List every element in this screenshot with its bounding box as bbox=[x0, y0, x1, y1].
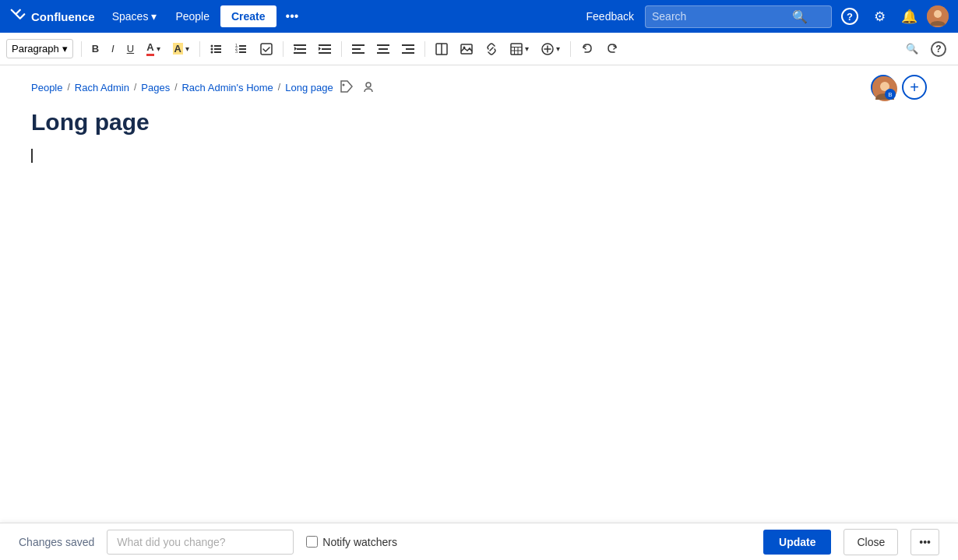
changes-saved-label: Changes saved bbox=[19, 536, 94, 548]
ellipsis-icon: ••• bbox=[919, 536, 931, 548]
user-avatar-area[interactable]: B bbox=[871, 75, 896, 100]
table-button[interactable]: ▾ bbox=[505, 39, 534, 59]
svg-rect-19 bbox=[322, 48, 331, 50]
indent-button[interactable] bbox=[313, 39, 336, 59]
svg-rect-7 bbox=[214, 51, 221, 53]
align-center-button[interactable] bbox=[372, 39, 395, 59]
svg-rect-15 bbox=[294, 44, 306, 46]
align-right-icon bbox=[402, 43, 414, 55]
underline-button[interactable]: U bbox=[122, 39, 139, 58]
notify-watchers-label[interactable]: Notify watchers bbox=[306, 536, 397, 548]
plus-icon bbox=[541, 43, 554, 55]
user-avatar[interactable] bbox=[927, 5, 949, 27]
more-nav-button[interactable]: ••• bbox=[280, 5, 305, 28]
svg-rect-3 bbox=[214, 45, 221, 47]
svg-rect-23 bbox=[352, 52, 365, 54]
search-input[interactable] bbox=[652, 10, 792, 23]
avatar-badge: B bbox=[885, 89, 896, 100]
redo-button[interactable] bbox=[601, 39, 624, 59]
outdent-button[interactable] bbox=[288, 39, 312, 59]
breadcrumb-sep-1: / bbox=[67, 82, 69, 93]
toolbar-divider-1 bbox=[81, 41, 82, 57]
notify-watchers-checkbox[interactable] bbox=[306, 536, 318, 548]
svg-point-4 bbox=[210, 48, 213, 50]
more-options-button[interactable]: ••• bbox=[910, 529, 939, 555]
paragraph-style-select[interactable]: Paragraph ▾ bbox=[6, 39, 73, 58]
page-content-area: Long page bbox=[0, 103, 958, 466]
settings-button[interactable]: ⚙ bbox=[868, 4, 892, 30]
align-right-button[interactable] bbox=[396, 39, 420, 59]
breadcrumb-rach-admin[interactable]: Rach Admin bbox=[75, 82, 129, 93]
breadcrumb-current-page[interactable]: Long page bbox=[285, 82, 333, 93]
restrict-icon[interactable] bbox=[360, 78, 377, 97]
editor-area[interactable] bbox=[31, 148, 927, 460]
chevron-down-icon: ▾ bbox=[62, 43, 68, 55]
insert-plus-button[interactable]: ▾ bbox=[536, 39, 565, 59]
align-left-button[interactable] bbox=[347, 39, 370, 59]
svg-rect-5 bbox=[214, 48, 221, 50]
top-navigation: Confluence Spaces ▾ People Create ••• Fe… bbox=[0, 0, 958, 33]
svg-point-1 bbox=[934, 10, 942, 18]
breadcrumb-bar: People / Rach Admin / Pages / Rach Admin… bbox=[0, 65, 958, 103]
toolbar-help-button[interactable]: ? bbox=[925, 37, 952, 61]
svg-point-6 bbox=[210, 51, 213, 53]
collaborator-avatar[interactable]: B bbox=[871, 75, 896, 100]
highlight-button[interactable]: A ▾ bbox=[167, 39, 195, 58]
chevron-down-icon: ▾ bbox=[525, 44, 529, 53]
add-collaborator-button[interactable]: + bbox=[902, 75, 927, 100]
chevron-down-icon: ▾ bbox=[157, 44, 160, 53]
image-button[interactable] bbox=[455, 39, 478, 59]
feedback-button[interactable]: Feedback bbox=[579, 5, 642, 27]
breadcrumb-rach-home[interactable]: Rach Admin's Home bbox=[181, 82, 273, 93]
breadcrumb-sep-4: / bbox=[278, 82, 280, 93]
breadcrumb-sep-3: / bbox=[174, 82, 177, 93]
undo-button[interactable] bbox=[576, 39, 599, 59]
help-button[interactable]: ? bbox=[835, 3, 865, 30]
align-left-icon bbox=[352, 43, 365, 55]
bullet-list-button[interactable] bbox=[205, 39, 228, 59]
breadcrumb-right-area: B + bbox=[871, 75, 927, 100]
change-description-input[interactable] bbox=[107, 530, 294, 555]
numbered-list-button[interactable]: 1. 2. 3. bbox=[230, 39, 253, 59]
chevron-down-icon: ▾ bbox=[185, 44, 189, 53]
label-icon[interactable] bbox=[338, 78, 355, 97]
help-icon: ? bbox=[841, 8, 858, 25]
close-button[interactable]: Close bbox=[844, 529, 898, 555]
update-button[interactable]: Update bbox=[763, 530, 831, 555]
svg-rect-14 bbox=[261, 44, 272, 55]
svg-rect-25 bbox=[379, 48, 388, 50]
breadcrumb-pages[interactable]: Pages bbox=[141, 82, 170, 93]
svg-rect-17 bbox=[294, 52, 306, 54]
help-icon: ? bbox=[931, 41, 946, 57]
svg-rect-18 bbox=[319, 44, 331, 46]
editor-toolbar: Paragraph ▾ B I U A ▾ A ▾ 1. 2. bbox=[0, 33, 958, 65]
page-title[interactable]: Long page bbox=[31, 109, 927, 136]
svg-rect-22 bbox=[352, 48, 361, 50]
svg-rect-13 bbox=[239, 51, 246, 53]
svg-rect-21 bbox=[352, 44, 365, 46]
svg-rect-24 bbox=[377, 44, 389, 46]
indent-icon bbox=[319, 43, 331, 55]
task-list-button[interactable] bbox=[255, 39, 278, 59]
italic-button[interactable]: I bbox=[106, 39, 120, 58]
link-button[interactable] bbox=[480, 39, 503, 59]
notifications-button[interactable]: 🔔 bbox=[895, 4, 924, 30]
bullet-list-icon bbox=[210, 43, 223, 55]
layout-button[interactable] bbox=[430, 39, 453, 59]
svg-rect-27 bbox=[402, 44, 414, 46]
people-nav-btn[interactable]: People bbox=[167, 5, 217, 27]
search-box[interactable]: 🔍 bbox=[645, 5, 832, 28]
breadcrumb-people[interactable]: People bbox=[31, 82, 62, 93]
bold-button[interactable]: B bbox=[86, 39, 104, 58]
gear-icon: ⚙ bbox=[874, 9, 886, 25]
chevron-down-icon: ▾ bbox=[556, 44, 560, 53]
logo[interactable]: Confluence bbox=[9, 8, 95, 25]
ellipsis-icon: ••• bbox=[286, 9, 299, 23]
svg-point-43 bbox=[366, 83, 371, 87]
bell-icon: 🔔 bbox=[901, 9, 917, 25]
toolbar-divider-6 bbox=[570, 41, 571, 57]
toolbar-search-button[interactable]: 🔍 bbox=[900, 39, 924, 58]
spaces-menu[interactable]: Spaces ▾ bbox=[104, 5, 165, 27]
text-color-button[interactable]: A ▾ bbox=[141, 37, 165, 60]
create-button[interactable]: Create bbox=[220, 5, 276, 27]
